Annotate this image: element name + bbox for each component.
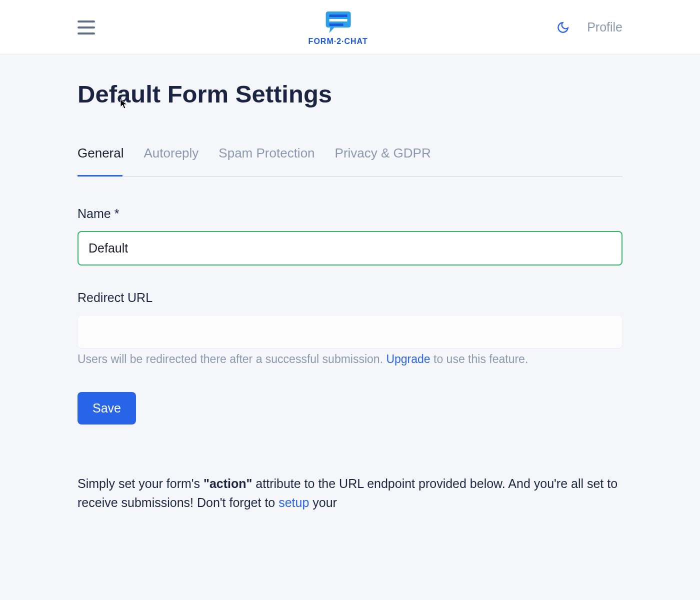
info-text: Simply set your form's "action" attribut… bbox=[78, 474, 622, 512]
name-input[interactable] bbox=[78, 231, 622, 266]
tab-spam-protection[interactable]: Spam Protection bbox=[218, 146, 314, 176]
dark-mode-toggle[interactable] bbox=[556, 21, 570, 34]
tab-privacy-gdpr[interactable]: Privacy & GDPR bbox=[335, 146, 431, 176]
upgrade-link[interactable]: Upgrade bbox=[386, 352, 430, 366]
profile-link[interactable]: Profile bbox=[587, 20, 622, 34]
tab-general[interactable]: General bbox=[78, 146, 124, 176]
header: FORM·2·CHAT Profile bbox=[0, 0, 700, 55]
header-right: Profile bbox=[556, 20, 622, 34]
tabs: General Autoreply Spam Protection Privac… bbox=[78, 146, 622, 176]
redirect-url-help-text: Users will be redirected there after a s… bbox=[78, 351, 622, 367]
save-button[interactable]: Save bbox=[78, 392, 136, 424]
chat-bubble-icon bbox=[323, 9, 353, 34]
page-title: Default Form Settings bbox=[78, 80, 622, 108]
svg-rect-1 bbox=[329, 19, 347, 22]
redirect-url-field-group: Redirect URL Users will be redirected th… bbox=[78, 290, 622, 367]
name-label: Name * bbox=[78, 206, 622, 221]
tab-autoreply[interactable]: Autoreply bbox=[144, 146, 199, 176]
name-field-group: Name * bbox=[78, 206, 622, 266]
redirect-url-input[interactable] bbox=[78, 315, 622, 348]
redirect-url-label: Redirect URL bbox=[78, 290, 622, 305]
logo[interactable]: FORM·2·CHAT bbox=[308, 9, 368, 46]
svg-rect-0 bbox=[329, 14, 347, 17]
svg-rect-2 bbox=[329, 24, 343, 26]
logo-text: FORM·2·CHAT bbox=[308, 37, 368, 46]
hamburger-menu-button[interactable] bbox=[78, 20, 95, 34]
setup-link[interactable]: setup bbox=[278, 496, 309, 510]
main-content: Default Form Settings General Autoreply … bbox=[0, 55, 700, 537]
